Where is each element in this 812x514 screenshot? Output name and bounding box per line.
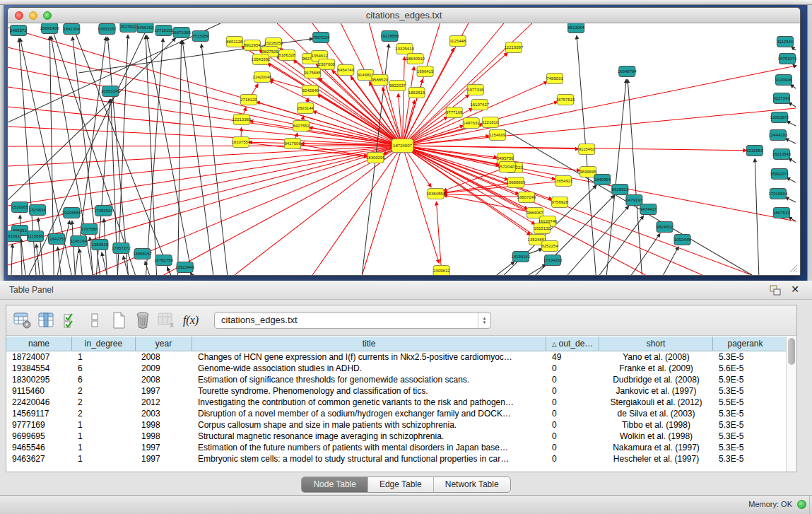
select-all-icon[interactable] <box>60 310 81 331</box>
graph-node-12444193[interactable]: 12444193 <box>769 130 788 141</box>
memory-ok-indicator[interactable] <box>797 500 806 509</box>
column-header-in_degree[interactable]: in_degree <box>72 337 136 351</box>
graph-node-2516085[interactable]: 2516085 <box>11 202 28 213</box>
vertical-scrollbar[interactable] <box>786 337 796 472</box>
graph-node-10653257[interactable]: 10653257 <box>98 24 117 35</box>
graph-node-13958167[interactable]: 13958167 <box>133 249 152 259</box>
graph-node-18300295[interactable]: 18300295 <box>366 153 385 163</box>
graph-node-10543392[interactable]: 10543392 <box>252 54 271 65</box>
graph-node-9115460[interactable]: 9115460 <box>579 144 596 155</box>
graph-node-2367608[interactable]: 2367608 <box>319 59 336 70</box>
graph-node-9129946[interactable]: 9129946 <box>775 75 792 86</box>
graph-node-1615132[interactable]: 1615132 <box>534 223 551 234</box>
graph-node-16782759[interactable]: 16782759 <box>154 255 173 266</box>
column-header-title[interactable]: title <box>192 337 546 351</box>
graph-node-7485033[interactable]: 7485033 <box>546 74 563 84</box>
graph-node-12093872[interactable]: 12093872 <box>770 112 789 123</box>
column-header-name[interactable]: name <box>6 337 72 351</box>
graph-node-13325419[interactable]: 13325419 <box>395 44 414 54</box>
graph-node-18107554[interactable]: 18107554 <box>232 137 251 148</box>
graph-node-12213383[interactable]: 12213383 <box>233 115 252 125</box>
graph-node-18807249[interactable]: 18807249 <box>517 192 536 203</box>
graph-node-13654923[interactable]: 13654923 <box>554 176 573 187</box>
graph-node-12942757[interactable]: 12942757 <box>47 234 66 245</box>
graph-node-9824502[interactable]: 9824502 <box>657 222 673 233</box>
graph-node-9588520[interactable]: 9588520 <box>372 75 389 86</box>
graph-node-8427552[interactable]: 8427552 <box>293 121 310 132</box>
graph-node-8454749[interactable]: 8454749 <box>338 65 355 76</box>
table-mode-icon[interactable] <box>12 310 33 331</box>
graph-node-6479197[interactable]: 6479197 <box>626 195 643 206</box>
graph-node-17334263[interactable]: 17334263 <box>543 255 563 266</box>
graph-node-9175685[interactable]: 9175685 <box>304 68 321 78</box>
graph-node-1497631[interactable]: 1497631 <box>463 118 480 129</box>
graph-node-1350515[interactable]: 1350515 <box>92 240 109 250</box>
graph-node-20206556[interactable]: 20206556 <box>62 208 81 218</box>
graph-node-1977316[interactable]: 1977316 <box>467 85 484 95</box>
graph-node-8938923[interactable]: 8938923 <box>612 185 629 195</box>
graph-node-2718120[interactable]: 2718120 <box>240 95 257 105</box>
tab-network-table[interactable]: Network Table <box>434 477 510 492</box>
graph-node-8601128[interactable]: 8601128 <box>226 37 243 47</box>
graph-node-8186328[interactable]: 8186328 <box>278 50 295 61</box>
graph-node-16210643[interactable]: 16210643 <box>772 149 792 160</box>
new-column-icon[interactable] <box>108 310 129 331</box>
scrollbar-thumb[interactable] <box>788 338 795 365</box>
graph-node-19218586[interactable]: 19218586 <box>380 31 399 42</box>
graph-node-15720407[interactable]: 15720407 <box>498 162 517 173</box>
function-builder-icon[interactable]: f(x) <box>180 310 201 331</box>
graph-node-1145194[interactable]: 1145194 <box>71 236 88 247</box>
graph-node-17016504[interactable]: 17016504 <box>769 189 788 199</box>
graph-node-9242848[interactable]: 9242848 <box>302 86 319 96</box>
graph-node-1112544[interactable]: 1112544 <box>777 37 793 47</box>
delete-columns-icon[interactable] <box>132 310 153 331</box>
graph-node-1696415[interactable]: 1696415 <box>417 66 434 77</box>
graph-node-2405572[interactable]: 2405572 <box>10 25 27 36</box>
graph-node-1154609[interactable]: 1154609 <box>489 130 506 141</box>
graph-node-9756928[interactable]: 9756928 <box>551 197 568 208</box>
column-header-pagerank[interactable]: pagerank <box>713 337 777 351</box>
column-header-year[interactable]: year <box>136 337 192 351</box>
graph-node-6466162[interactable]: 6466162 <box>137 23 154 33</box>
tab-node-table[interactable]: Node Table <box>302 477 368 492</box>
graph-node-15992071[interactable]: 15992071 <box>770 169 789 180</box>
graph-node-16671385[interactable]: 16671385 <box>172 28 191 38</box>
graph-node-12923446[interactable]: 12923446 <box>175 262 194 273</box>
graph-node-1115686[interactable]: 1115686 <box>28 231 44 242</box>
graph-node-17957272[interactable]: 17957272 <box>112 243 131 254</box>
graph-node-17359924[interactable]: 17359924 <box>94 206 113 216</box>
graph-node-14136141[interactable]: 14136141 <box>512 252 531 262</box>
graph-node-7513054[interactable]: 7513054 <box>192 31 209 42</box>
network-canvas[interactable]: 1872400786011288912954232260589827509818… <box>8 23 800 275</box>
table-row[interactable]: 911546021997Tourette syndrome. Phenomeno… <box>6 385 786 397</box>
graph-node-22420046[interactable]: 22420046 <box>253 72 272 83</box>
graph-node-12219397[interactable]: 12219397 <box>505 42 524 53</box>
graph-node-9797588[interactable]: 9797588 <box>81 224 98 235</box>
graph-node-18724007[interactable]: 18724007 <box>392 139 413 153</box>
graph-node-1125448[interactable]: 1125448 <box>449 36 466 47</box>
graph-node-20053346[interactable]: 20053346 <box>101 86 120 97</box>
table-row[interactable]: 977716911998Corpus callosum shape and si… <box>6 419 786 431</box>
graph-node-9227343[interactable]: 9227343 <box>773 93 790 104</box>
graph-node-16107427[interactable]: 16107427 <box>470 100 489 110</box>
table-row[interactable]: 1456911722003Disruption of a novel membe… <box>6 408 786 419</box>
graph-node-9417006[interactable]: 9417006 <box>284 139 301 149</box>
show-columns-icon[interactable] <box>36 310 57 331</box>
graph-node-8912954[interactable]: 8912954 <box>244 40 261 51</box>
graph-node-1529834[interactable]: 1529834 <box>29 205 46 216</box>
table-row[interactable]: 969969511998Structural magnetic resonanc… <box>6 431 786 442</box>
graph-node-10719155[interactable]: 10719155 <box>154 25 173 36</box>
graph-node-8252254[interactable]: 8252254 <box>541 241 558 252</box>
table-row[interactable]: 2242004622012Investigating the contribut… <box>6 397 786 408</box>
table-row[interactable]: 1830029562008Estimation of significance … <box>6 374 786 385</box>
graph-node-2309812[interactable]: 2309812 <box>433 266 450 276</box>
graph-node-9777169[interactable]: 9777169 <box>446 107 463 118</box>
table-row[interactable]: 946362711997Embryonic stem cells: a mode… <box>6 453 786 465</box>
graph-node-9822037[interactable]: 9822037 <box>389 81 406 91</box>
graph-node-1121610[interactable]: 1121610 <box>482 117 499 128</box>
table-selector-dropdown[interactable]: citations_edges.txt ▲▼ <box>214 312 491 329</box>
graph-node-1840954[interactable]: 1840954 <box>594 175 611 185</box>
canvas-resize-grip[interactable] <box>790 265 797 272</box>
graph-node-7957224[interactable]: 7957224 <box>312 33 329 43</box>
graph-node-2803144[interactable]: 2803144 <box>297 103 314 114</box>
